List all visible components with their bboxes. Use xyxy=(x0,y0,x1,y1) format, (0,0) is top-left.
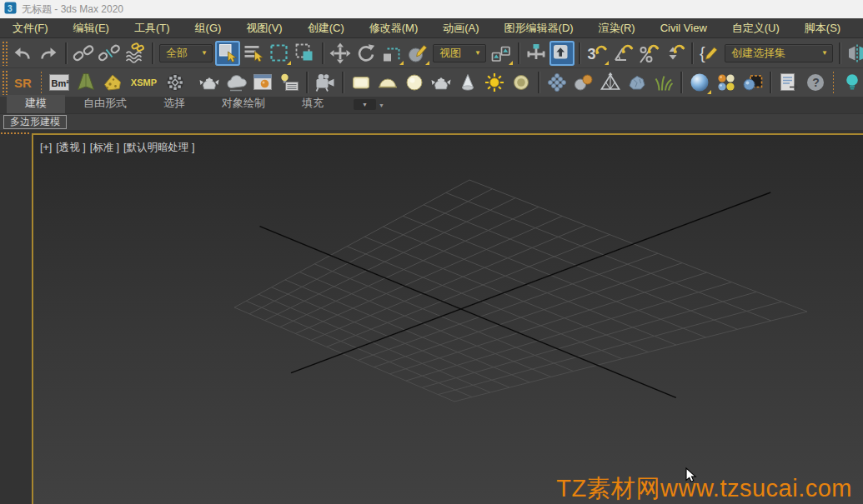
rectangular-selection-region-button[interactable] xyxy=(267,41,292,66)
material-editor-button[interactable] xyxy=(686,70,712,95)
select-object-button[interactable] xyxy=(215,41,240,66)
spinner-snap-toggle[interactable] xyxy=(662,41,687,66)
menu-item-13[interactable]: 脚本(S) xyxy=(792,21,853,36)
rock-button[interactable] xyxy=(624,70,650,95)
mouse-cursor xyxy=(685,467,698,484)
settings-gear-button[interactable] xyxy=(162,70,188,95)
grass-button[interactable] xyxy=(650,70,676,95)
main-toolbar-drag-handle[interactable] xyxy=(2,41,8,66)
ribbon-tab-1[interactable]: 建模 xyxy=(7,95,65,113)
edit-named-selection-sets-button[interactable]: { xyxy=(697,41,722,66)
ribbon-tab-2[interactable]: 自由形式 xyxy=(65,95,145,113)
percent-snap-toggle[interactable] xyxy=(636,41,661,66)
select-and-link-button[interactable] xyxy=(71,41,96,66)
blend-spheres-button[interactable] xyxy=(570,70,596,95)
menu-item-10[interactable]: 渲染(R) xyxy=(586,21,648,36)
unlink-selection-button[interactable] xyxy=(97,41,122,66)
select-and-place-button[interactable] xyxy=(405,41,430,66)
svg-text:?: ? xyxy=(812,76,820,89)
menu-item-3[interactable]: 工具(T) xyxy=(122,21,183,36)
ies-light-button[interactable] xyxy=(454,70,480,95)
flyout-corner-icon xyxy=(605,61,609,65)
custom-toolbar-drag-handle[interactable] xyxy=(2,70,8,95)
help-button[interactable]: ? xyxy=(802,70,828,95)
menu-item-2[interactable]: 编辑(E) xyxy=(61,21,122,36)
menu-item-5[interactable]: 视图(V) xyxy=(233,21,294,36)
bind-to-space-warp-button[interactable] xyxy=(123,41,148,66)
left-strip-drag-dots xyxy=(0,132,31,136)
chevron-down-icon: ▼ xyxy=(198,49,208,57)
disc-light-button[interactable] xyxy=(508,70,534,95)
title-bar: 3 无标题 - 3ds Max 2020 xyxy=(0,0,863,18)
toolbar-separator xyxy=(306,72,308,93)
toolbar-separator xyxy=(680,72,682,93)
ribbon-tab-3[interactable]: 选择 xyxy=(145,95,203,113)
toolbar-separator xyxy=(518,42,519,64)
ribbon-tab-4[interactable]: 对象绘制 xyxy=(203,95,283,113)
sun-light-button[interactable] xyxy=(481,70,507,95)
menu-item-1[interactable]: 文件(F) xyxy=(0,21,61,36)
cloud-button[interactable] xyxy=(223,70,248,95)
proxy-pyramid-button[interactable] xyxy=(597,70,623,95)
material-library-button[interactable] xyxy=(713,70,739,95)
xsmp-toolbar-button[interactable]: XSMP xyxy=(127,77,161,87)
ribbon-minimize-dropdown[interactable]: ▼ xyxy=(354,99,376,110)
app-logo-icon: 3 xyxy=(4,2,17,17)
render-region-button[interactable] xyxy=(740,70,765,95)
select-and-scale-button[interactable] xyxy=(379,41,404,66)
reference-coordinate-system-dropdown[interactable]: 视图▼ xyxy=(433,44,486,62)
mesh-light-button[interactable] xyxy=(428,70,454,95)
menu-item-8[interactable]: 动画(A) xyxy=(430,21,491,36)
angle-snap-toggle[interactable] xyxy=(610,41,635,66)
perspective-viewport[interactable]: [+][透视 ][标准 ][默认明暗处理 ] TZ素材网www.tzsucai.… xyxy=(32,133,863,504)
teapot-object-button[interactable] xyxy=(196,70,222,95)
undo-button[interactable] xyxy=(10,41,35,66)
select-and-manipulate-button[interactable] xyxy=(524,41,549,66)
ribbon-tab-5[interactable]: 填充 xyxy=(283,95,342,113)
viewport-menu-pov[interactable]: [透视 ] xyxy=(56,142,85,153)
polygon-modeling-panel-button[interactable]: 多边形建模 xyxy=(3,115,67,129)
sr-toolbar-button[interactable]: SR xyxy=(10,76,36,90)
viewport-label: [+][透视 ][标准 ][默认明暗处理 ] xyxy=(40,141,199,155)
light-lister-button[interactable] xyxy=(276,70,302,95)
clipboard-button[interactable] xyxy=(775,70,801,95)
menu-item-4[interactable]: 组(G) xyxy=(183,21,234,36)
sphere-array-button[interactable] xyxy=(544,70,569,95)
camera-button[interactable] xyxy=(312,70,338,95)
cloth-cape-button[interactable] xyxy=(73,70,99,95)
viewport-menu-shading[interactable]: [默认明暗处理 ] xyxy=(123,142,194,153)
menu-item-11[interactable]: Civil View xyxy=(648,22,720,34)
menu-item-6[interactable]: 创建(C) xyxy=(295,21,357,36)
select-and-move-button[interactable] xyxy=(328,41,353,66)
sphere-light-button[interactable] xyxy=(401,70,427,95)
menu-item-12[interactable]: 自定义(U) xyxy=(720,21,792,36)
use-pivot-point-center-button[interactable] xyxy=(489,41,514,66)
menu-item-9[interactable]: 图形编辑器(D) xyxy=(492,21,586,36)
light-bulb-toggle-button[interactable] xyxy=(839,70,863,95)
window-crossing-toggle[interactable] xyxy=(293,41,318,66)
svg-text:{: { xyxy=(700,44,705,62)
select-by-name-button[interactable] xyxy=(241,41,266,66)
viewport-menu-standard[interactable]: [标准 ] xyxy=(90,142,119,153)
viewport-menu-general[interactable]: [+] xyxy=(40,142,52,153)
chevron-down-icon[interactable]: ▼ xyxy=(379,102,384,108)
menu-item-7[interactable]: 修改器(M) xyxy=(357,21,431,36)
ribbon-panel-row: 多边形建模 xyxy=(0,113,863,130)
redo-button[interactable] xyxy=(36,41,61,66)
menu-item-14[interactable]: 帮助(H) xyxy=(853,21,863,36)
dome-light-button[interactable] xyxy=(374,70,400,95)
named-selection-sets-dropdown-value: 创建选择集 xyxy=(731,46,785,61)
snap-toggle-3d-button[interactable]: 3 xyxy=(585,41,610,66)
named-selection-sets-dropdown[interactable]: 创建选择集▼ xyxy=(725,44,833,62)
rock-cheese-button[interactable] xyxy=(100,70,126,95)
3ds-max-window: 3 无标题 - 3ds Max 2020 文件(F)编辑(E)工具(T)组(G)… xyxy=(0,0,863,504)
bitmap-proxies-button[interactable]: Bm² xyxy=(47,70,73,95)
keyboard-override-toggle[interactable] xyxy=(549,41,574,66)
mirror-button[interactable] xyxy=(845,41,863,66)
plane-light-button[interactable] xyxy=(348,70,374,95)
select-and-rotate-button[interactable] xyxy=(354,41,379,66)
home-grid xyxy=(33,135,863,504)
flyout-corner-icon xyxy=(287,61,291,65)
render-window-button[interactable] xyxy=(249,70,275,95)
selection-filter-dropdown[interactable]: 全部▼ xyxy=(159,44,213,62)
